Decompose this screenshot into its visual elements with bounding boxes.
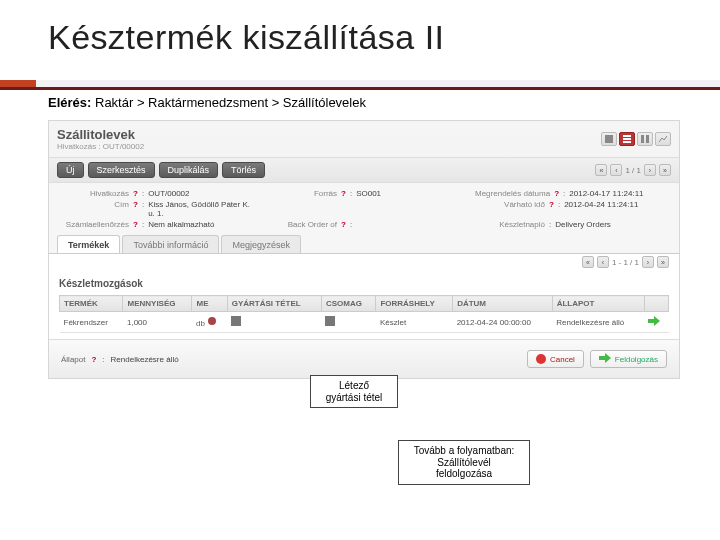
invoice-value: Nem alkalmazható bbox=[148, 220, 214, 229]
cell-date: 2012-04-24 00:00:00 bbox=[453, 312, 553, 333]
col-pack[interactable]: CSOMAG bbox=[321, 296, 375, 312]
process-arrow-icon bbox=[599, 353, 611, 365]
svg-point-6 bbox=[208, 317, 216, 325]
duplicate-button[interactable]: Duplikálás bbox=[159, 162, 219, 178]
view-form-icon[interactable] bbox=[601, 132, 617, 146]
tpager-prev-icon[interactable]: ‹ bbox=[597, 256, 609, 268]
col-qty[interactable]: MENNYISÉG bbox=[123, 296, 192, 312]
record-pager: « ‹ 1 / 1 › » bbox=[595, 164, 671, 176]
breadcrumb-label: Elérés: bbox=[48, 95, 91, 110]
svg-rect-3 bbox=[623, 141, 631, 143]
cancel-button[interactable]: Cancel bbox=[527, 350, 584, 368]
tab-products[interactable]: Termékek bbox=[57, 235, 120, 253]
ref-value: OUT/00002 bbox=[103, 142, 144, 151]
svg-rect-2 bbox=[623, 138, 631, 140]
delete-button[interactable]: Törlés bbox=[222, 162, 265, 178]
tpager-pos: 1 - 1 / 1 bbox=[612, 258, 639, 267]
tab-more-info[interactable]: További információ bbox=[122, 235, 219, 253]
view-kanban-icon[interactable] bbox=[637, 132, 653, 146]
tab-notes[interactable]: Megjegyzések bbox=[221, 235, 301, 253]
orderdate-value: 2012-04-17 11:24:11 bbox=[569, 189, 643, 198]
breadcrumb-path: Raktár > Raktármenedzsment > Szállítólev… bbox=[95, 95, 366, 110]
pager-pos: 1 / 1 bbox=[625, 166, 641, 175]
col-lot[interactable]: GYÁRTÁSI TÉTEL bbox=[227, 296, 321, 312]
view-list-icon[interactable] bbox=[619, 132, 635, 146]
reference-label: Hivatkozás bbox=[59, 189, 129, 198]
expect-label: Várható idő bbox=[475, 200, 545, 209]
cell-pack[interactable] bbox=[321, 312, 375, 333]
pager-last-icon[interactable]: » bbox=[659, 164, 671, 176]
view-switcher bbox=[601, 132, 671, 146]
stock-moves-table: TERMÉK MENNYISÉG ME GYÁRTÁSI TÉTEL CSOMA… bbox=[59, 295, 669, 333]
col-product[interactable]: TERMÉK bbox=[60, 296, 123, 312]
section-title: Készletmozgások bbox=[59, 278, 669, 289]
pager-prev-icon[interactable]: ‹ bbox=[610, 164, 622, 176]
breadcrumb: Elérés: Raktár > Raktármenedzsment > Szá… bbox=[48, 95, 680, 110]
svg-rect-0 bbox=[605, 135, 613, 143]
address-value: Kiss János, Gödöllő Páter K. u. 1. bbox=[148, 200, 253, 218]
uom-icon[interactable] bbox=[207, 316, 217, 326]
address-label: Cím bbox=[59, 200, 129, 209]
process-button[interactable]: Feldolgozás bbox=[590, 350, 667, 368]
expect-value: 2012-04-24 11:24:11 bbox=[564, 200, 638, 209]
arrow-right-icon[interactable] bbox=[648, 319, 660, 328]
app-screenshot: Szállitolevek Hivatkozás : OUT/00002 Új … bbox=[48, 120, 680, 379]
pack-select-icon[interactable] bbox=[325, 316, 335, 326]
new-button[interactable]: Új bbox=[57, 162, 84, 178]
svg-rect-5 bbox=[646, 135, 649, 143]
source-value: SO001 bbox=[356, 189, 381, 198]
footer-state-label: Állapot bbox=[61, 355, 85, 364]
page-heading: Szállitolevek bbox=[57, 127, 144, 142]
view-graph-icon[interactable] bbox=[655, 132, 671, 146]
svg-rect-1 bbox=[623, 135, 631, 137]
callout-process: Tovább a folyamatban:Szállítólevélfeldol… bbox=[398, 440, 530, 485]
title-rule bbox=[0, 80, 720, 90]
backorder-label: Back Order of bbox=[267, 220, 337, 229]
tpager-last-icon[interactable]: » bbox=[657, 256, 669, 268]
log-label: Készletnapló bbox=[475, 220, 545, 229]
ref-label: Hivatkozás bbox=[57, 142, 96, 151]
invoice-label: Számlaellenőrzés bbox=[59, 220, 129, 229]
footer-state-value: Rendelkezésre álló bbox=[111, 355, 179, 364]
slide-title: Késztermék kiszállítása II bbox=[48, 18, 680, 57]
col-state[interactable]: ÁLLAPOT bbox=[552, 296, 644, 312]
callout-lot: Létezőgyártási tétel bbox=[310, 375, 398, 408]
reference-value: OUT/00002 bbox=[148, 189, 189, 198]
cancel-icon bbox=[536, 354, 546, 364]
log-value: Delivery Orders bbox=[555, 220, 611, 229]
lot-select-icon[interactable] bbox=[231, 316, 241, 326]
pager-next-icon[interactable]: › bbox=[644, 164, 656, 176]
svg-rect-7 bbox=[231, 316, 241, 326]
cell-action[interactable] bbox=[644, 312, 668, 333]
orderdate-label: Megrendelés dátuma bbox=[475, 189, 550, 198]
tpager-next-icon[interactable]: › bbox=[642, 256, 654, 268]
table-pager: « ‹ 1 - 1 / 1 › » bbox=[582, 256, 669, 268]
cell-state: Rendelkezésre álló bbox=[552, 312, 644, 333]
col-uom[interactable]: ME bbox=[192, 296, 227, 312]
col-date[interactable]: DÁTUM bbox=[453, 296, 553, 312]
cell-srcloc: Készlet bbox=[376, 312, 453, 333]
svg-rect-8 bbox=[325, 316, 335, 326]
cell-uom: db bbox=[192, 312, 227, 333]
source-label: Forrás bbox=[267, 189, 337, 198]
cell-product: Fékrendszer bbox=[60, 312, 123, 333]
pager-first-icon[interactable]: « bbox=[595, 164, 607, 176]
cell-lot[interactable] bbox=[227, 312, 321, 333]
col-srcloc[interactable]: FORRÁSHELY bbox=[376, 296, 453, 312]
cell-qty: 1,000 bbox=[123, 312, 192, 333]
table-row[interactable]: Fékrendszer 1,000 db Készlet 2012-04-24 … bbox=[60, 312, 669, 333]
edit-button[interactable]: Szerkesztés bbox=[88, 162, 155, 178]
svg-rect-4 bbox=[641, 135, 644, 143]
tpager-first-icon[interactable]: « bbox=[582, 256, 594, 268]
